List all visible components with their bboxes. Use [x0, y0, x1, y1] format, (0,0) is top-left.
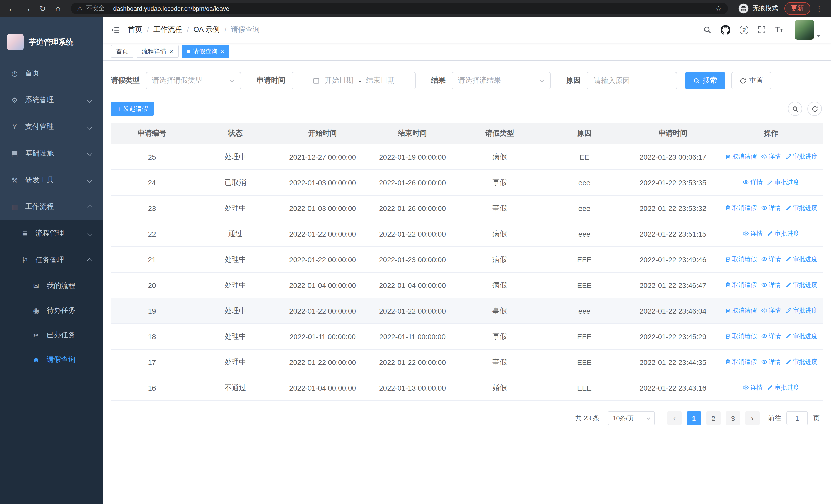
- sidebar-item-payment-mgmt[interactable]: ¥支付管理: [0, 113, 103, 140]
- detail-link[interactable]: 详情: [761, 358, 781, 366]
- next-page-button[interactable]: ›: [745, 411, 760, 425]
- approval-progress-link[interactable]: 审批进度: [785, 152, 818, 161]
- update-button[interactable]: 更新: [784, 2, 810, 15]
- sidebar-item-home[interactable]: ◷首页: [0, 60, 103, 87]
- show-search-button[interactable]: [788, 101, 802, 116]
- detail-link[interactable]: 详情: [761, 204, 781, 212]
- tab-home[interactable]: 首页: [111, 45, 134, 58]
- prev-page-button[interactable]: ‹: [667, 411, 682, 425]
- search-button[interactable]: 搜索: [685, 72, 725, 89]
- leave-type-select[interactable]: 请选择请假类型: [146, 72, 241, 89]
- approval-progress-link[interactable]: 审批进度: [785, 358, 818, 366]
- cell-start-time: 2022-01-04 00:00:00: [278, 375, 368, 401]
- browser-window: ← → ↻ ⌂ ⚠ 不安全 | dashboard.yudao.iocoder.…: [0, 0, 831, 504]
- breadcrumb-item: 请假查询: [231, 25, 260, 34]
- detail-link[interactable]: 详情: [761, 306, 781, 315]
- create-leave-button[interactable]: + 发起请假: [111, 101, 154, 116]
- cancel-leave-link[interactable]: 取消请假: [724, 255, 757, 264]
- page-button-2[interactable]: 2: [706, 411, 721, 425]
- approval-progress-link[interactable]: 审批进度: [767, 230, 799, 238]
- cancel-leave-link[interactable]: 取消请假: [724, 204, 757, 212]
- forward-button[interactable]: →: [21, 2, 34, 15]
- close-icon[interactable]: ×: [169, 48, 173, 55]
- pager-pages: 123: [687, 411, 740, 425]
- cancel-leave-link[interactable]: 取消请假: [724, 152, 757, 161]
- cell-apply-time: 2022-01-22 23:44:35: [627, 349, 719, 375]
- detail-link[interactable]: 详情: [743, 178, 763, 187]
- tab-process-detail[interactable]: 流程详情×: [137, 45, 178, 58]
- tags-view: 首页流程详情×请假查询×: [103, 42, 831, 61]
- sidebar-item-task-mgmt[interactable]: ⚐任务管理: [0, 247, 103, 273]
- cell-reason: EEE: [542, 375, 627, 401]
- approval-progress-link[interactable]: 审批进度: [785, 306, 818, 315]
- date-range-picker[interactable]: 开始日期 - 结束日期: [291, 72, 416, 89]
- cell-start-time: 2022-01-22 00:00:00: [278, 298, 368, 324]
- breadcrumb-item[interactable]: OA 示例: [194, 25, 220, 34]
- approval-progress-link[interactable]: 审批进度: [785, 255, 818, 264]
- eye-icon: [743, 179, 749, 185]
- url-bar[interactable]: ⚠ 不安全 | dashboard.yudao.iocoder.cn/bpm/o…: [71, 3, 728, 14]
- github-icon[interactable]: [721, 25, 730, 35]
- chevron-down-icon: [229, 78, 235, 83]
- user-avatar[interactable]: [795, 20, 814, 39]
- sidebar-item-infrastructure[interactable]: ▤基础设施: [0, 140, 103, 167]
- table-row: 25处理中2021-12-27 00:00:002022-01-19 00:00…: [111, 144, 823, 170]
- sidebar-item-workflow[interactable]: ▦工作流程: [0, 194, 103, 220]
- reload-button[interactable]: ↻: [36, 2, 49, 15]
- detail-link[interactable]: 详情: [743, 230, 763, 238]
- cancel-leave-link[interactable]: 取消请假: [724, 332, 757, 341]
- search-icon[interactable]: [703, 26, 711, 34]
- detail-link[interactable]: 详情: [743, 383, 763, 392]
- result-label: 结果: [431, 76, 446, 85]
- reset-button[interactable]: 重置: [732, 72, 771, 89]
- result-select[interactable]: 请选择流结果: [452, 72, 551, 89]
- tab-leave-query[interactable]: 请假查询×: [181, 45, 229, 58]
- detail-link[interactable]: 详情: [761, 332, 781, 341]
- cell-reason: eee: [542, 298, 627, 324]
- user-menu[interactable]: [795, 20, 821, 39]
- sidebar-toggle-icon[interactable]: [111, 25, 120, 34]
- detail-link[interactable]: 详情: [761, 152, 781, 161]
- page-size-select[interactable]: 10条/页: [608, 411, 655, 425]
- sidebar-item-label: 首页: [25, 69, 39, 78]
- font-size-icon[interactable]: TT: [775, 25, 783, 34]
- cell-start-time: 2022-01-11 00:00:00: [278, 324, 368, 349]
- approval-progress-link[interactable]: 审批进度: [767, 383, 799, 392]
- cancel-leave-link[interactable]: 取消请假: [724, 306, 757, 315]
- cell-status: 已取消: [193, 170, 278, 195]
- help-icon[interactable]: ?: [740, 25, 748, 34]
- url-text: dashboard.yudao.iocoder.cn/bpm/oa/leave: [113, 5, 229, 12]
- sidebar-item-leave-query[interactable]: ☻请假查询: [0, 348, 103, 372]
- browser-menu-button[interactable]: ⋮: [812, 2, 826, 15]
- approval-progress-link[interactable]: 审批进度: [785, 332, 818, 341]
- reason-input[interactable]: [593, 76, 671, 85]
- sidebar-item-label: 任务管理: [35, 256, 64, 265]
- sidebar-item-todo-tasks[interactable]: ◉待办任务: [0, 298, 103, 323]
- cancel-leave-link[interactable]: 取消请假: [724, 281, 757, 290]
- approval-progress-link[interactable]: 审批进度: [785, 281, 818, 290]
- page-button-3[interactable]: 3: [726, 411, 740, 425]
- detail-link[interactable]: 详情: [761, 255, 781, 264]
- sidebar-item-dev-tools[interactable]: ⚒研发工具: [0, 167, 103, 194]
- fullscreen-icon[interactable]: [757, 26, 766, 34]
- home-button[interactable]: ⌂: [51, 2, 65, 15]
- page-button-1[interactable]: 1: [687, 411, 701, 425]
- sidebar-item-my-process[interactable]: ✉我的流程: [0, 273, 103, 298]
- sidebar-item-process-mgmt[interactable]: ≣流程管理: [0, 220, 103, 247]
- breadcrumb-item[interactable]: 首页: [128, 25, 142, 34]
- refresh-table-button[interactable]: [807, 101, 822, 116]
- sidebar-item-done-tasks[interactable]: ✂已办任务: [0, 323, 103, 348]
- breadcrumb-item[interactable]: 工作流程: [153, 25, 182, 34]
- approval-progress-link[interactable]: 审批进度: [767, 178, 799, 187]
- column-header: 操作: [719, 123, 823, 144]
- goto-page-input[interactable]: [786, 411, 808, 425]
- approval-progress-link[interactable]: 审批进度: [785, 204, 818, 212]
- list-icon: ≣: [21, 230, 29, 238]
- cancel-leave-link[interactable]: 取消请假: [724, 358, 757, 366]
- close-icon[interactable]: ×: [221, 48, 224, 55]
- detail-link[interactable]: 详情: [761, 281, 781, 290]
- breadcrumb: 首页/工作流程/OA 示例/请假查询: [128, 25, 260, 34]
- bookmark-star-icon[interactable]: ☆: [715, 4, 722, 12]
- back-button[interactable]: ←: [5, 2, 19, 15]
- sidebar-item-system-mgmt[interactable]: ⚙系统管理: [0, 87, 103, 113]
